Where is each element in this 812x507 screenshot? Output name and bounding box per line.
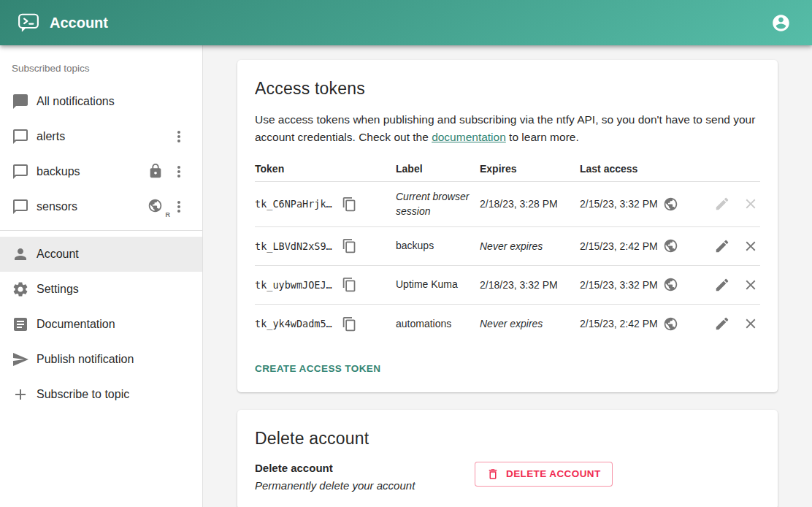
sidebar-item-label: sensors <box>37 200 148 213</box>
access-tokens-description: Use access tokens when publishing and su… <box>255 111 760 146</box>
globe-icon <box>663 277 678 292</box>
delete-account-card: Delete account Delete account Permanentl… <box>237 410 778 507</box>
token-value: tk_uybwmJOEJ… <box>255 279 332 291</box>
edit-icon[interactable] <box>714 238 730 254</box>
close-icon[interactable] <box>743 238 759 254</box>
token-last-access: 2/15/23, 3:32 PM <box>580 198 658 210</box>
description-text: to learn more. <box>506 131 579 143</box>
col-header-expires: Expires <box>480 156 580 181</box>
sidebar-item-label: Subscribe to topic <box>37 388 188 401</box>
more-vert-icon[interactable] <box>170 128 188 145</box>
delete-account-item-title: Delete account <box>255 462 475 474</box>
close-icon[interactable] <box>743 277 759 293</box>
table-row: tk_LBVdN2xS9… backups Never expires 2/15… <box>255 227 760 266</box>
globe-icon <box>663 316 678 332</box>
sidebar-item-label: All notifications <box>37 95 188 108</box>
sidebar-item-alerts[interactable]: alerts <box>0 119 202 154</box>
copy-icon[interactable] <box>342 316 357 332</box>
token-expires: Never expires <box>480 233 580 259</box>
edit-icon <box>714 196 730 212</box>
lock-icon <box>148 163 165 180</box>
table-row: tk_uybwmJOEJ… Uptime Kuma 2/18/23, 3:32 … <box>255 266 760 305</box>
sidebar-item-label: Account <box>37 248 188 261</box>
main-content: Access tokens Use access tokens when pub… <box>203 45 812 507</box>
sidebar-item-label: Documentation <box>37 318 188 331</box>
sidebar-item-label: Publish notification <box>37 353 188 366</box>
globe-icon <box>663 197 678 212</box>
sidebar-item-label: alerts <box>37 130 170 143</box>
ntfy-logo-icon <box>18 12 39 34</box>
app-header: Account <box>0 0 812 45</box>
sidebar-divider <box>0 230 202 231</box>
sidebar-item-all-notifications[interactable]: All notifications <box>0 84 202 119</box>
close-icon[interactable] <box>743 316 759 332</box>
col-header-label: Label <box>396 156 480 181</box>
chat-bubble-outline-icon <box>12 163 29 180</box>
token-label: automations <box>396 309 480 338</box>
token-label: backups <box>396 231 480 260</box>
sidebar-item-sensors[interactable]: sensors R <box>0 189 202 224</box>
copy-icon[interactable] <box>342 197 357 212</box>
delete-account-item-description: Permanently delete your account <box>255 479 475 492</box>
access-tokens-card: Access tokens Use access tokens when pub… <box>237 60 778 392</box>
chat-bubble-outline-icon <box>12 128 29 145</box>
copy-icon[interactable] <box>342 277 357 292</box>
sidebar-item-documentation[interactable]: Documentation <box>0 307 202 342</box>
chat-bubble-filled-icon <box>12 93 29 110</box>
person-icon <box>12 245 29 263</box>
delete-account-button-label: DELETE ACCOUNT <box>506 468 601 479</box>
access-tokens-title: Access tokens <box>255 79 760 99</box>
send-icon <box>12 351 29 368</box>
trash-icon <box>486 468 499 481</box>
sidebar-item-label: backups <box>37 165 148 178</box>
delete-account-title: Delete account <box>255 429 760 449</box>
sidebar-item-account[interactable]: Account <box>0 237 202 272</box>
col-header-token: Token <box>255 156 396 181</box>
sidebar: Subscribed topics All notifications aler… <box>0 45 203 507</box>
table-header-row: Token Label Expires Last access <box>255 156 760 182</box>
token-expires: Never expires <box>480 310 580 337</box>
tokens-table: Token Label Expires Last access tk_C6NPa… <box>255 156 760 343</box>
page-title: Account <box>50 15 108 31</box>
account-circle-icon[interactable] <box>767 9 794 37</box>
plus-icon <box>12 386 29 403</box>
chat-bubble-outline-icon <box>12 198 29 216</box>
more-vert-icon[interactable] <box>170 163 188 180</box>
token-expires: 2/18/23, 3:28 PM <box>480 191 580 217</box>
edit-icon[interactable] <box>714 277 730 293</box>
table-row: tk_C6NPaHrjk… Current browser session 2/… <box>255 182 760 227</box>
globe-icon <box>663 238 678 254</box>
token-last-access: 2/15/23, 2:42 PM <box>580 318 658 329</box>
col-header-last-access: Last access <box>580 156 705 181</box>
create-access-token-button[interactable]: CREATE ACCESS TOKEN <box>255 363 380 374</box>
delete-account-button[interactable]: DELETE ACCOUNT <box>475 462 613 487</box>
token-last-access: 2/15/23, 2:42 PM <box>580 240 658 252</box>
sidebar-item-settings[interactable]: Settings <box>0 272 202 307</box>
sidebar-item-publish-notification[interactable]: Publish notification <box>0 342 202 377</box>
token-label: Uptime Kuma <box>396 270 480 299</box>
sidebar-item-label: Settings <box>37 283 188 296</box>
documentation-link[interactable]: documentation <box>432 131 506 143</box>
copy-icon[interactable] <box>342 238 357 254</box>
token-value: tk_yk4wDadm5… <box>255 318 332 329</box>
token-label: Current browser session <box>396 182 480 226</box>
subscribed-topics-label: Subscribed topics <box>0 50 202 84</box>
edit-icon[interactable] <box>714 316 730 332</box>
token-value: tk_C6NPaHrjk… <box>255 198 332 210</box>
reserved-globe-icon: R <box>148 198 165 216</box>
sidebar-item-backups[interactable]: backups <box>0 154 202 189</box>
token-last-access: 2/15/23, 3:32 PM <box>580 279 658 291</box>
sidebar-item-subscribe-to-topic[interactable]: Subscribe to topic <box>0 377 202 412</box>
token-expires: 2/18/23, 3:32 PM <box>480 272 580 298</box>
table-row: tk_yk4wDadm5… automations Never expires … <box>255 305 760 343</box>
article-icon <box>12 316 29 333</box>
gear-icon <box>12 281 29 298</box>
token-value: tk_LBVdN2xS9… <box>255 240 332 252</box>
close-icon <box>743 196 759 212</box>
more-vert-icon[interactable] <box>170 198 188 216</box>
